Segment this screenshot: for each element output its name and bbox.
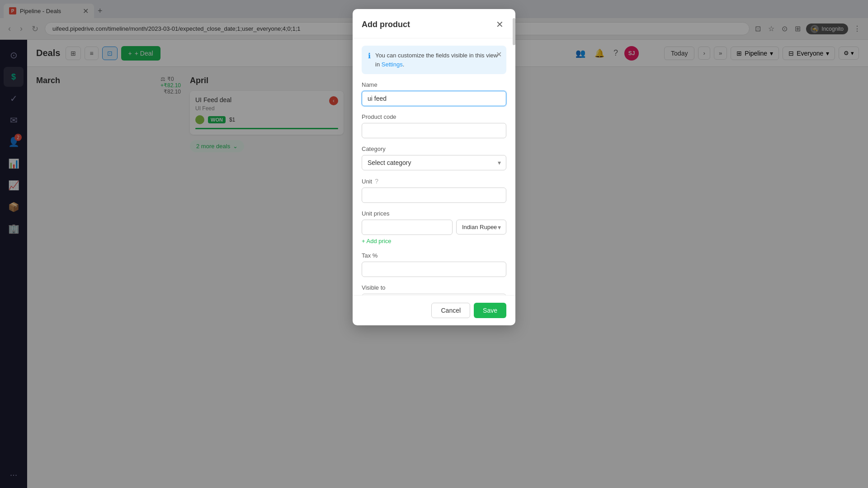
- scrollbar-thumb: [513, 18, 515, 45]
- modal-scrollbar[interactable]: [513, 9, 515, 325]
- product-code-input[interactable]: [362, 123, 506, 138]
- product-code-label: Product code: [362, 113, 506, 120]
- modal-overlay: Add product ✕ ℹ You can customize the fi…: [0, 0, 868, 488]
- visible-to-label: Visible to: [362, 284, 506, 291]
- unit-label: Unit ?: [362, 178, 506, 185]
- save-button[interactable]: Save: [474, 303, 506, 318]
- visible-to-select[interactable]: Item owner: [362, 294, 506, 295]
- unit-prices-label: Unit prices: [362, 210, 506, 217]
- category-field-group: Category Select category: [362, 145, 506, 170]
- settings-link[interactable]: Settings: [382, 61, 403, 68]
- modal-title: Add product: [362, 20, 410, 29]
- currency-select[interactable]: Indian Rupee ...: [456, 220, 506, 235]
- modal-footer: Cancel Save: [353, 295, 515, 325]
- unit-help-icon[interactable]: ?: [375, 178, 378, 185]
- name-label: Name: [362, 81, 506, 88]
- modal-header: Add product ✕: [353, 9, 515, 38]
- unit-prices-row: Indian Rupee ...: [362, 220, 506, 235]
- name-field-group: Name: [362, 81, 506, 106]
- unit-price-input[interactable]: [362, 220, 453, 235]
- visible-to-select-wrapper: ⊞ Item owner: [362, 294, 506, 295]
- tax-label: Tax %: [362, 252, 506, 259]
- modal-body: ℹ You can customize the fields visible i…: [353, 38, 515, 295]
- info-icon: ℹ: [368, 52, 371, 60]
- info-banner-close-button[interactable]: ✕: [496, 50, 502, 59]
- unit-field-group: Unit ?: [362, 178, 506, 203]
- info-banner: ℹ You can customize the fields visible i…: [362, 46, 506, 74]
- visible-to-field-group: Visible to ⊞ Item owner: [362, 284, 506, 295]
- category-select-wrapper: Select category: [362, 155, 506, 170]
- category-label: Category: [362, 145, 506, 152]
- unit-prices-field-group: Unit prices Indian Rupee ... + Add price: [362, 210, 506, 245]
- category-select[interactable]: Select category: [362, 155, 506, 170]
- tax-input[interactable]: [362, 262, 506, 277]
- cancel-button[interactable]: Cancel: [431, 303, 470, 318]
- modal-close-button[interactable]: ✕: [493, 18, 506, 31]
- product-code-field-group: Product code: [362, 113, 506, 138]
- unit-input[interactable]: [362, 188, 506, 203]
- add-price-link[interactable]: + Add price: [362, 238, 391, 244]
- info-banner-text: You can customize the fields visible in …: [375, 51, 500, 69]
- currency-select-wrapper: Indian Rupee ...: [456, 220, 506, 235]
- name-input[interactable]: [362, 91, 506, 106]
- tax-field-group: Tax %: [362, 252, 506, 277]
- add-product-modal: Add product ✕ ℹ You can customize the fi…: [353, 9, 515, 325]
